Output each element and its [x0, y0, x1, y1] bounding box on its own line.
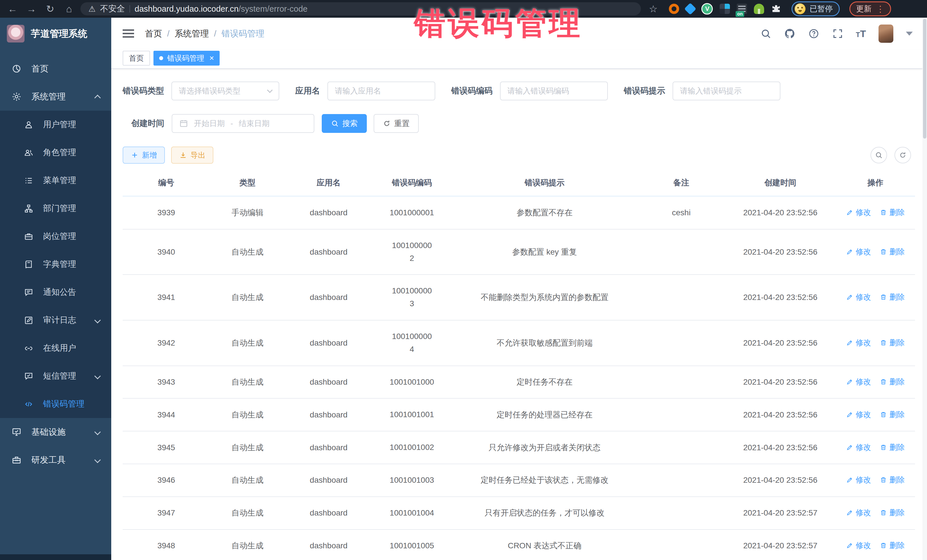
update-button-label: 更新 — [856, 4, 871, 14]
org-tree-icon — [24, 204, 33, 213]
avatar-caret-down-icon[interactable] — [906, 32, 913, 36]
table-row: 3948自动生成dashboard1001001005CRON 表达式不正确20… — [123, 530, 915, 560]
row-app: dashboard — [285, 275, 372, 320]
edit-link[interactable]: 修改 — [846, 410, 871, 420]
delete-link[interactable]: 删除 — [880, 247, 905, 257]
browser-profile-badge[interactable]: 已暂停 — [792, 2, 840, 16]
row-time: 2021-04-20 23:52:56 — [725, 229, 836, 275]
add-button[interactable]: 新增 — [123, 147, 165, 164]
table-row: 3947自动生成dashboard1001001004只有开启状态的任务，才可以… — [123, 497, 915, 530]
sidebar-item-code[interactable]: 错误码管理 — [0, 390, 111, 418]
browser-kebab-menu-icon[interactable]: ⋮ — [876, 4, 884, 14]
delete-link[interactable]: 删除 — [880, 410, 905, 420]
reset-button[interactable]: 重置 — [374, 114, 419, 133]
create-time-range-picker[interactable]: 开始日期 - 结束日期 — [172, 114, 314, 133]
browser-update-button[interactable]: 更新 ⋮ — [849, 2, 891, 16]
sidebar-item-user[interactable]: 用户管理 — [0, 111, 111, 138]
sidebar-item-dev-tools[interactable]: 研发工具 — [0, 446, 111, 474]
github-icon[interactable] — [784, 28, 795, 39]
edit-link[interactable]: 修改 — [846, 207, 871, 217]
sidebar-item-sms[interactable]: 短信管理 — [0, 362, 111, 390]
extension-switch-icon[interactable]: on — [737, 4, 747, 14]
header-search-icon[interactable] — [760, 28, 772, 39]
delete-link[interactable]: 删除 — [880, 377, 905, 387]
sidebar-item-org-tree[interactable]: 部门管理 — [0, 194, 111, 222]
add-button-label: 新增 — [142, 150, 157, 160]
font-size-icon[interactable]: TT — [856, 28, 866, 39]
edit-link[interactable]: 修改 — [846, 338, 871, 348]
sidebar-item-announcement[interactable]: 通知公告 — [0, 278, 111, 306]
edit-link[interactable]: 修改 — [846, 508, 871, 518]
toggle-search-button[interactable] — [871, 147, 887, 163]
delete-link[interactable]: 删除 — [880, 442, 905, 452]
app-logo-row[interactable]: 芋道管理系统 — [0, 18, 111, 50]
pencil-icon — [846, 378, 853, 385]
search-button[interactable]: 搜索 — [322, 114, 367, 133]
sidebar-item-gear[interactable]: 系统管理 — [0, 83, 111, 111]
window-scrollbar[interactable] — [922, 18, 927, 560]
delete-link[interactable]: 删除 — [880, 508, 905, 518]
edit-link[interactable]: 修改 — [846, 442, 871, 452]
help-icon[interactable] — [808, 28, 819, 39]
extensions-puzzle-icon[interactable] — [771, 4, 781, 14]
sidebar-item-infrastructure[interactable]: 基础设施 — [0, 418, 111, 446]
extension-orange-icon[interactable] — [669, 4, 679, 14]
scrollbar-thumb[interactable] — [923, 19, 926, 138]
sidebar-item-users[interactable]: 角色管理 — [0, 138, 111, 167]
edit-link[interactable]: 修改 — [846, 540, 871, 551]
row-time: 2021-04-20 23:52:57 — [725, 530, 836, 560]
trash-icon — [880, 509, 887, 516]
extension-vue-devtools-icon[interactable]: V — [701, 3, 713, 15]
tab-error-code[interactable]: 错误码管理 × — [153, 51, 220, 65]
tab-close-icon[interactable]: × — [209, 54, 214, 63]
sidebar-item-dashboard[interactable]: 首页 — [0, 55, 111, 83]
edit-link[interactable]: 修改 — [846, 247, 871, 257]
error-type-select[interactable]: 请选择错误码类型 — [172, 82, 279, 100]
sidebar-item-book[interactable]: 字典管理 — [0, 250, 111, 278]
delete-link[interactable]: 删除 — [880, 540, 905, 551]
delete-link[interactable]: 删除 — [880, 292, 905, 302]
row-code: 1001001002 — [372, 431, 451, 464]
row-type: 自动生成 — [210, 398, 285, 431]
breadcrumb-system[interactable]: 系统管理 — [175, 28, 209, 39]
delete-link[interactable]: 删除 — [880, 207, 905, 217]
browser-reload-icon[interactable]: ↻ — [43, 2, 58, 16]
browser-address-bar[interactable]: ⚠ 不安全 dashboard.yudao.iocoder.cn/system/… — [81, 2, 641, 15]
app-name-input[interactable] — [335, 87, 428, 96]
row-app: dashboard — [285, 320, 372, 366]
fullscreen-icon[interactable] — [832, 28, 843, 39]
edit-link[interactable]: 修改 — [846, 292, 871, 302]
tab-home[interactable]: 首页 — [123, 51, 150, 65]
edit-link-label: 修改 — [856, 207, 871, 217]
sidebar-item-online-user[interactable]: 在线用户 — [0, 334, 111, 362]
error-code-input[interactable] — [508, 87, 600, 96]
browser-forward-icon[interactable]: → — [24, 2, 39, 16]
delete-link[interactable]: 删除 — [880, 338, 905, 348]
error-msg-input[interactable] — [680, 87, 773, 96]
extension-gem-icon[interactable] — [684, 3, 696, 15]
sidebar-toggle-hamburger-icon[interactable] — [123, 29, 134, 38]
breadcrumb-separator: / — [214, 29, 216, 38]
delete-link[interactable]: 删除 — [880, 475, 905, 485]
row-actions: 修改删除 — [836, 229, 915, 275]
col-time: 创建时间 — [725, 171, 836, 196]
browser-back-icon[interactable]: ← — [5, 2, 20, 16]
row-actions: 修改删除 — [836, 530, 915, 560]
url-path: /system/error-code — [239, 4, 308, 14]
export-button[interactable]: 导出 — [171, 147, 213, 164]
edit-link[interactable]: 修改 — [846, 377, 871, 387]
row-app: dashboard — [285, 366, 372, 399]
browser-home-icon[interactable]: ⌂ — [62, 2, 76, 16]
breadcrumb-home[interactable]: 首页 — [145, 28, 162, 39]
search-icon — [875, 151, 883, 159]
extension-key-icon[interactable] — [754, 4, 764, 14]
user-avatar[interactable] — [878, 24, 894, 43]
sidebar-item-menu-list[interactable]: 菜单管理 — [0, 167, 111, 194]
bookmark-star-icon[interactable]: ☆ — [649, 3, 658, 15]
refresh-table-button[interactable] — [895, 147, 911, 163]
extension-grid-icon[interactable] — [720, 4, 730, 14]
sidebar-item-audit-log[interactable]: 审计日志 — [0, 306, 111, 334]
sidebar-collapse-bar[interactable] — [0, 554, 111, 560]
edit-link[interactable]: 修改 — [846, 475, 871, 485]
sidebar-item-briefcase[interactable]: 岗位管理 — [0, 222, 111, 250]
